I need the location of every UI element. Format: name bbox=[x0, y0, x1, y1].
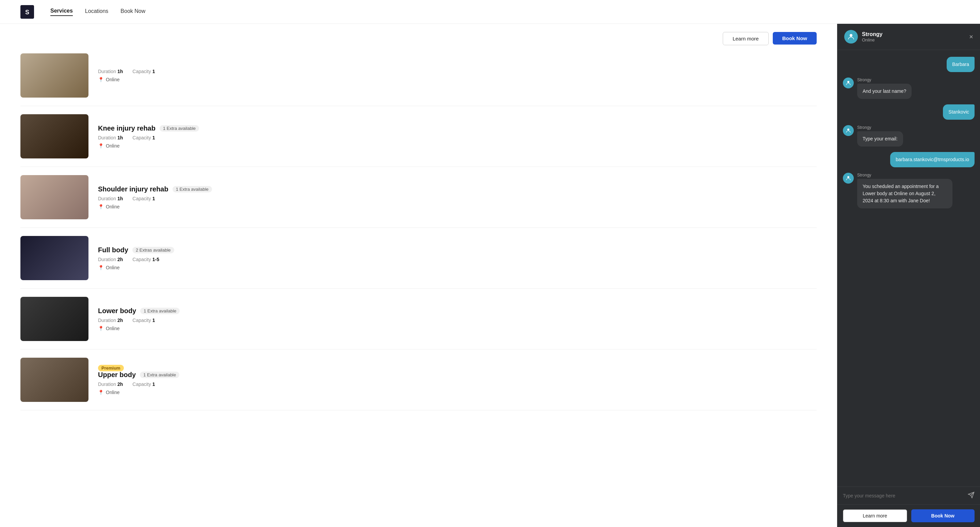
svg-point-5 bbox=[847, 176, 850, 178]
service-meta-0: Duration1h Capacity1 bbox=[98, 69, 817, 74]
msg-sender-5: Strongy bbox=[857, 173, 953, 178]
service-title-5: Upper body bbox=[98, 371, 136, 379]
capacity-label-5: Capacity1 bbox=[132, 381, 155, 387]
nav-book-now[interactable]: Book Now bbox=[121, 8, 145, 16]
service-meta-1: Duration1h Capacity1 bbox=[98, 135, 817, 140]
location-pin-icon-4: 📍 bbox=[98, 326, 104, 331]
service-title-row-4: Lower body1 Extra available bbox=[98, 307, 817, 315]
svg-text:S: S bbox=[25, 8, 29, 15]
nav-services[interactable]: Services bbox=[50, 8, 73, 16]
chat-input[interactable] bbox=[843, 493, 964, 498]
chat-message-row-3: StrongyType your email: bbox=[843, 125, 975, 146]
service-image-0 bbox=[21, 53, 89, 98]
service-info-5: PremiumUpper body1 Extra available Durat… bbox=[98, 365, 817, 395]
msg-bubble-4: barbara.stankovic@tmsproducts.io bbox=[890, 152, 975, 167]
chat-panel: Strongy Online × BarbaraStrongyAnd your … bbox=[837, 24, 980, 527]
service-info-2: Shoulder injury rehab1 Extra available D… bbox=[98, 185, 817, 210]
chat-message-row-4: barbara.stankovic@tmsproducts.io bbox=[843, 152, 975, 167]
chat-footer-buttons: Learn more Book Now bbox=[837, 504, 980, 527]
service-info-0: Duration1h Capacity1 📍Online bbox=[98, 69, 817, 82]
location-text-0: Online bbox=[106, 77, 119, 82]
bot-msg-col-5: StrongyYou scheduled an appointment for … bbox=[857, 173, 953, 208]
capacity-label-4: Capacity1 bbox=[132, 317, 155, 323]
chat-learn-more-button[interactable]: Learn more bbox=[843, 510, 907, 522]
service-location-2: 📍Online bbox=[98, 204, 817, 210]
service-location-0: 📍Online bbox=[98, 77, 817, 82]
premium-row-5: Premium bbox=[98, 365, 817, 371]
duration-value-4: 2h bbox=[118, 317, 123, 323]
service-location-1: 📍Online bbox=[98, 143, 817, 149]
chat-message-row-0: Barbara bbox=[843, 57, 975, 72]
chat-send-button[interactable] bbox=[968, 492, 975, 500]
location-pin-icon-0: 📍 bbox=[98, 77, 104, 82]
capacity-value-1: 1 bbox=[153, 135, 155, 140]
msg-bubble-0: Barbara bbox=[947, 57, 975, 72]
msg-bubble-3: Type your email: bbox=[857, 131, 903, 146]
service-extras-1: 1 Extra available bbox=[159, 125, 199, 132]
premium-badge-5: Premium bbox=[98, 365, 124, 371]
services-container: Duration1h Capacity1 📍OnlineKnee injury … bbox=[21, 45, 817, 410]
service-title-1: Knee injury rehab bbox=[98, 124, 156, 132]
service-list: Learn more Book Now Duration1h Capacity1… bbox=[0, 24, 837, 527]
bot-avatar-3 bbox=[843, 125, 854, 136]
service-image-4 bbox=[21, 297, 89, 341]
chat-bot-status: Online bbox=[862, 37, 882, 43]
service-title-row-3: Full body2 Extras available bbox=[98, 246, 817, 254]
service-image-3 bbox=[21, 236, 89, 280]
service-location-3: 📍Online bbox=[98, 265, 817, 270]
service-meta-3: Duration2h Capacity1-5 bbox=[98, 257, 817, 262]
service-image-5 bbox=[21, 358, 89, 402]
nav-locations[interactable]: Locations bbox=[85, 8, 108, 16]
duration-label-3: Duration2h bbox=[98, 257, 123, 262]
top-buttons-row: Learn more Book Now bbox=[21, 24, 817, 45]
duration-value-5: 2h bbox=[118, 381, 123, 387]
chat-message-row-5: StrongyYou scheduled an appointment for … bbox=[843, 173, 975, 208]
chat-bot-name: Strongy bbox=[862, 31, 882, 37]
service-extras-3: 2 Extras available bbox=[132, 247, 174, 253]
service-title-3: Full body bbox=[98, 246, 128, 254]
service-item-1: Knee injury rehab1 Extra available Durat… bbox=[21, 106, 817, 167]
bot-avatar-5 bbox=[843, 173, 854, 184]
service-title-row-5: Upper body1 Extra available bbox=[98, 371, 817, 379]
chat-header: Strongy Online × bbox=[837, 24, 980, 50]
capacity-value-4: 1 bbox=[153, 317, 155, 323]
duration-value-3: 2h bbox=[118, 257, 123, 262]
service-extras-4: 1 Extra available bbox=[140, 308, 180, 314]
service-meta-5: Duration2h Capacity1 bbox=[98, 381, 817, 387]
duration-value-1: 1h bbox=[118, 135, 123, 140]
duration-label-0: Duration1h bbox=[98, 69, 123, 74]
chat-header-info: Strongy Online bbox=[862, 31, 882, 43]
main-layout: Learn more Book Now Duration1h Capacity1… bbox=[0, 24, 980, 527]
service-info-1: Knee injury rehab1 Extra available Durat… bbox=[98, 124, 817, 149]
bot-msg-col-1: StrongyAnd your last name? bbox=[857, 78, 912, 99]
service-location-5: 📍Online bbox=[98, 390, 817, 395]
msg-bubble-5: You scheduled an appointment for a Lower… bbox=[857, 179, 953, 208]
chat-input-row bbox=[837, 487, 980, 504]
duration-label-2: Duration1h bbox=[98, 196, 123, 201]
nav-links: Services Locations Book Now bbox=[50, 8, 145, 16]
chat-messages: BarbaraStrongyAnd your last name?Stankov… bbox=[837, 50, 980, 487]
capacity-label-2: Capacity1 bbox=[132, 196, 155, 201]
capacity-label-3: Capacity1-5 bbox=[132, 257, 159, 262]
learn-more-button-top[interactable]: Learn more bbox=[723, 32, 769, 45]
service-item-4: Lower body1 Extra available Duration2h C… bbox=[21, 289, 817, 349]
service-extras-5: 1 Extra available bbox=[140, 371, 179, 378]
chat-bot-avatar bbox=[844, 30, 858, 43]
service-title-4: Lower body bbox=[98, 307, 136, 315]
service-image-1 bbox=[21, 114, 89, 159]
service-item-0: Duration1h Capacity1 📍Online bbox=[21, 45, 817, 106]
svg-point-3 bbox=[847, 81, 850, 83]
book-now-button-top[interactable]: Book Now bbox=[773, 32, 817, 44]
capacity-label-1: Capacity1 bbox=[132, 135, 155, 140]
msg-bubble-1: And your last name? bbox=[857, 84, 912, 99]
service-title-2: Shoulder injury rehab bbox=[98, 185, 169, 193]
logo: S bbox=[21, 5, 34, 19]
duration-value-2: 1h bbox=[118, 196, 123, 201]
bot-avatar-1 bbox=[843, 78, 854, 88]
chat-book-now-button[interactable]: Book Now bbox=[911, 510, 975, 522]
chat-close-button[interactable]: × bbox=[969, 33, 973, 40]
capacity-label-0: Capacity1 bbox=[132, 69, 155, 74]
service-location-4: 📍Online bbox=[98, 326, 817, 331]
navbar: S Services Locations Book Now bbox=[0, 0, 980, 24]
service-image-2 bbox=[21, 175, 89, 219]
